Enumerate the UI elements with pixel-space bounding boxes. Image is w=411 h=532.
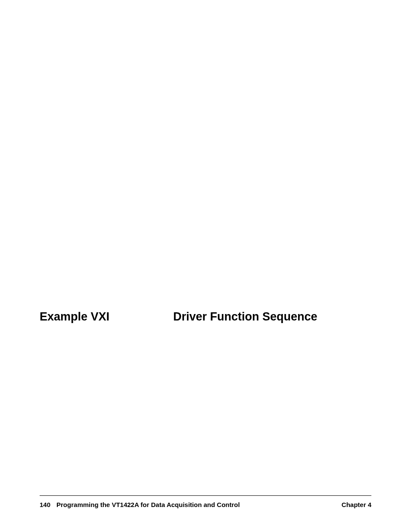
footer-left-group: 140 Programming the VT1422A for Data Acq… bbox=[40, 501, 240, 508]
chapter-label: Chapter 4 bbox=[342, 501, 371, 508]
footer-title: Programming the VT1422A for Data Acquisi… bbox=[56, 501, 240, 508]
page-footer: 140 Programming the VT1422A for Data Acq… bbox=[40, 495, 371, 508]
section-heading: Example VXI Driver Function Sequence bbox=[40, 310, 371, 324]
page-number: 140 bbox=[40, 501, 50, 508]
heading-label-left: Example VXI bbox=[40, 310, 173, 324]
footer-text-row: 140 Programming the VT1422A for Data Acq… bbox=[40, 501, 371, 508]
footer-divider bbox=[40, 495, 371, 496]
content-area: Example VXI Driver Function Sequence bbox=[40, 310, 371, 324]
heading-label-right: Driver Function Sequence bbox=[173, 310, 371, 324]
